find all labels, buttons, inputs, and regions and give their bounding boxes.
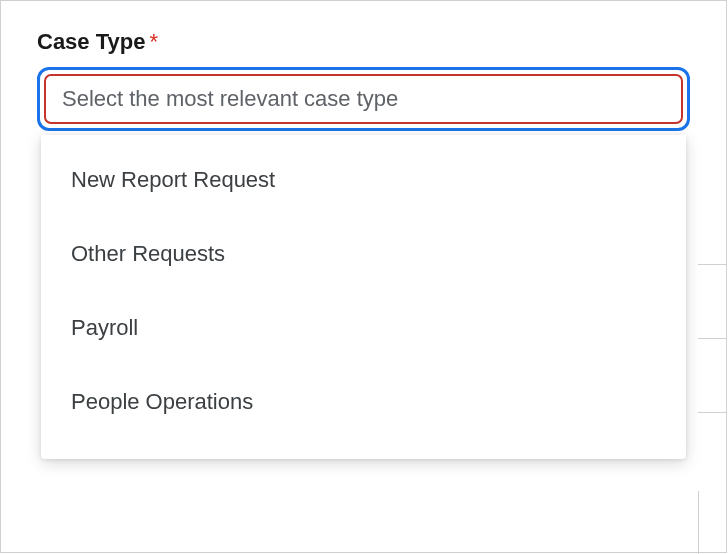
select-placeholder-text: Select the most relevant case type — [62, 86, 398, 112]
background-divider — [698, 264, 726, 265]
case-type-dropdown-panel: New Report Request Other Requests Payrol… — [41, 135, 686, 459]
background-divider — [698, 412, 726, 413]
case-type-label: Case Type — [37, 29, 145, 55]
dropdown-option-people-operations[interactable]: People Operations — [41, 365, 686, 439]
dropdown-option-other-requests[interactable]: Other Requests — [41, 217, 686, 291]
dropdown-option-payroll[interactable]: Payroll — [41, 291, 686, 365]
case-type-select-inner: Select the most relevant case type — [44, 74, 683, 124]
background-divider — [698, 338, 726, 339]
required-indicator: * — [149, 29, 158, 54]
dropdown-option-new-report-request[interactable]: New Report Request — [41, 143, 686, 217]
background-divider — [698, 491, 699, 554]
form-field-container: Case Type* Select the most relevant case… — [1, 1, 726, 159]
case-type-select[interactable]: Select the most relevant case type — [37, 67, 690, 131]
case-type-select-container: Select the most relevant case type New R… — [37, 67, 690, 131]
